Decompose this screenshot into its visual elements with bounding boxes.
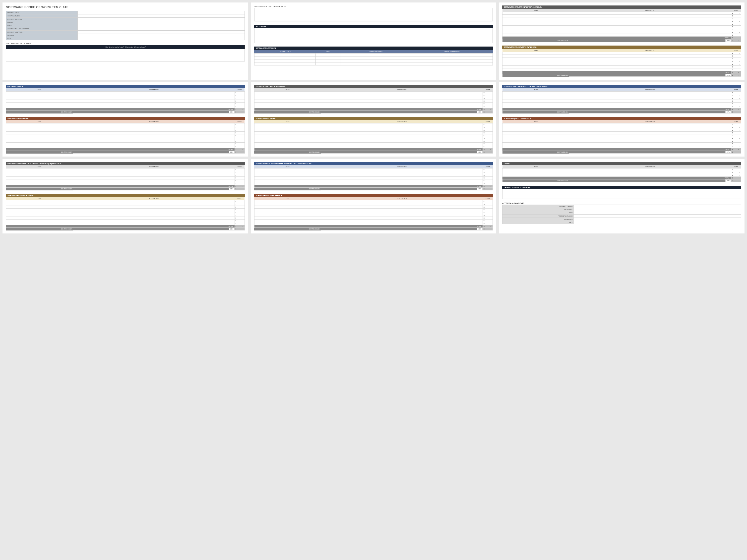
table-row[interactable]: $-	[503, 134, 741, 137]
table-row[interactable]: $-	[6, 182, 245, 185]
table-row[interactable]: $-	[503, 15, 741, 18]
table-row[interactable]: $-	[6, 168, 245, 171]
approval-input[interactable]	[574, 221, 741, 224]
table-row[interactable]: $-	[503, 69, 741, 71]
table-row[interactable]: $-	[254, 209, 493, 211]
table-row[interactable]: $-	[6, 142, 245, 145]
table-row[interactable]: $-	[254, 177, 493, 180]
table-row[interactable]: $-	[503, 126, 741, 129]
table-row[interactable]: $-	[254, 201, 493, 203]
table-row[interactable]: $-	[503, 18, 741, 20]
payment-box[interactable]	[502, 189, 741, 199]
table-row[interactable]: $-	[6, 91, 245, 94]
table-row[interactable]: $-	[503, 100, 741, 103]
table-row[interactable]: $-	[254, 214, 493, 217]
table-row[interactable]: $-	[503, 103, 741, 105]
milestone-row[interactable]	[254, 62, 493, 65]
table-row[interactable]: $-	[254, 137, 493, 140]
table-row[interactable]: $-	[254, 182, 493, 185]
scope-textarea[interactable]	[6, 49, 245, 61]
table-row[interactable]: $-	[6, 206, 245, 209]
table-row[interactable]: $-	[254, 103, 493, 105]
table-row[interactable]: $-	[503, 145, 741, 148]
table-row[interactable]: $-	[503, 140, 741, 142]
table-row[interactable]: $-	[6, 134, 245, 137]
table-row[interactable]: $-	[254, 217, 493, 219]
table-row[interactable]: $-	[254, 105, 493, 108]
meta-input[interactable]	[78, 11, 244, 15]
table-row[interactable]: $-	[254, 222, 493, 225]
approval-input[interactable]	[574, 215, 741, 218]
table-row[interactable]: $-	[254, 168, 493, 171]
table-row[interactable]: $-	[503, 60, 741, 63]
table-row[interactable]: $-	[6, 219, 245, 222]
table-row[interactable]: $-	[503, 28, 741, 31]
table-row[interactable]: $-	[254, 174, 493, 177]
milestone-row[interactable]	[254, 56, 493, 59]
table-row[interactable]: $-	[6, 211, 245, 214]
table-row[interactable]: $-	[6, 97, 245, 100]
table-row[interactable]: $-	[6, 105, 245, 108]
table-row[interactable]: $-	[6, 180, 245, 182]
table-row[interactable]: $-	[6, 217, 245, 219]
table-row[interactable]: $-	[503, 31, 741, 34]
table-row[interactable]: $-	[6, 103, 245, 105]
table-row[interactable]: $-	[254, 100, 493, 103]
table-row[interactable]: $-	[503, 124, 741, 126]
meta-input[interactable]	[78, 34, 244, 37]
table-row[interactable]: $-	[254, 203, 493, 206]
table-row[interactable]: $-	[503, 26, 741, 28]
meta-input[interactable]	[78, 21, 244, 24]
approval-input[interactable]	[574, 208, 741, 211]
table-row[interactable]: $-	[254, 129, 493, 132]
table-row[interactable]: $-	[503, 94, 741, 97]
table-row[interactable]: $-	[6, 137, 245, 140]
table-row[interactable]: $-	[6, 177, 245, 180]
table-row[interactable]: $-	[6, 94, 245, 97]
table-row[interactable]: $-	[254, 132, 493, 134]
exclusions-box[interactable]	[254, 28, 493, 43]
milestone-row[interactable]	[254, 59, 493, 62]
table-row[interactable]: $-	[6, 145, 245, 148]
table-row[interactable]: $-	[503, 66, 741, 69]
table-row[interactable]: $-	[503, 174, 741, 177]
table-row[interactable]: $-	[6, 214, 245, 217]
table-row[interactable]: $-	[503, 63, 741, 66]
table-row[interactable]: $-	[6, 129, 245, 132]
meta-input[interactable]	[78, 27, 244, 31]
table-row[interactable]: $-	[6, 222, 245, 225]
table-row[interactable]: $-	[254, 206, 493, 209]
table-row[interactable]: $-	[254, 140, 493, 142]
table-row[interactable]: $-	[503, 91, 741, 94]
table-row[interactable]: $-	[503, 137, 741, 140]
meta-input[interactable]	[78, 18, 244, 21]
table-row[interactable]: $-	[254, 145, 493, 148]
table-row[interactable]: $-	[503, 52, 741, 55]
table-row[interactable]: $-	[254, 211, 493, 214]
table-row[interactable]: $-	[254, 142, 493, 145]
table-row[interactable]: $-	[254, 180, 493, 182]
table-row[interactable]: $-	[503, 171, 741, 174]
table-row[interactable]: $-	[6, 132, 245, 134]
table-row[interactable]: $-	[6, 174, 245, 177]
table-row[interactable]: $-	[6, 124, 245, 126]
table-row[interactable]: $-	[503, 132, 741, 134]
table-row[interactable]: $-	[254, 134, 493, 137]
meta-input[interactable]	[78, 37, 244, 40]
table-row[interactable]: $-	[503, 168, 741, 171]
table-row[interactable]: $-	[503, 129, 741, 132]
table-row[interactable]: $-	[503, 23, 741, 26]
table-row[interactable]: $-	[6, 201, 245, 203]
table-row[interactable]: $-	[254, 124, 493, 126]
meta-input[interactable]	[78, 31, 244, 34]
table-row[interactable]: $-	[6, 209, 245, 211]
table-row[interactable]: $-	[6, 100, 245, 103]
table-row[interactable]: $-	[503, 142, 741, 145]
table-row[interactable]: $-	[254, 91, 493, 94]
table-row[interactable]: $-	[6, 126, 245, 129]
table-row[interactable]: $-	[254, 219, 493, 222]
table-row[interactable]: $-	[6, 203, 245, 206]
table-row[interactable]: $-	[254, 97, 493, 100]
approval-input[interactable]	[574, 211, 741, 215]
table-row[interactable]: $-	[503, 57, 741, 60]
